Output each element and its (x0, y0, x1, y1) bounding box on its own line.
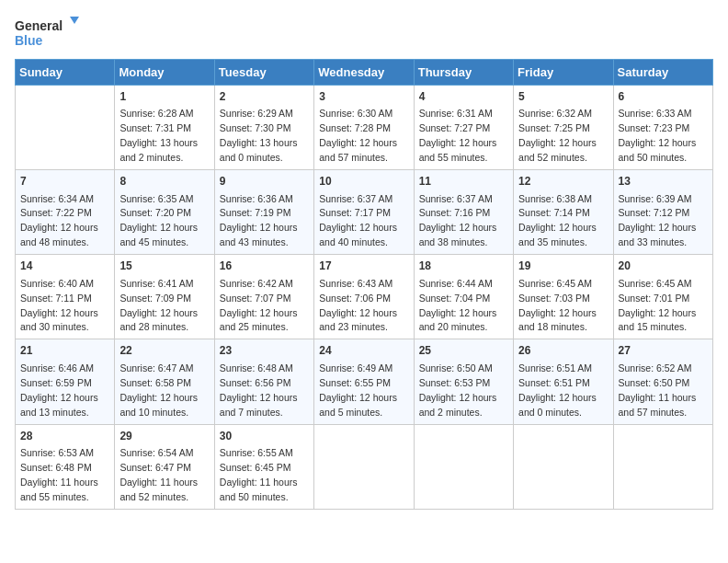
day-number: 13 (619, 174, 708, 190)
calendar-week-row: 7Sunrise: 6:34 AM Sunset: 7:22 PM Daylig… (16, 170, 713, 255)
day-info: Sunrise: 6:39 AM Sunset: 7:12 PM Dayligh… (619, 193, 697, 248)
calendar-cell: 30Sunrise: 6:55 AM Sunset: 6:45 PM Dayli… (214, 424, 313, 509)
day-number: 5 (518, 89, 608, 105)
day-number: 3 (319, 89, 408, 105)
calendar-cell: 15Sunrise: 6:41 AM Sunset: 7:09 PM Dayli… (115, 255, 214, 339)
day-info: Sunrise: 6:41 AM Sunset: 7:09 PM Dayligh… (119, 278, 198, 333)
calendar-cell: 16Sunrise: 6:42 AM Sunset: 7:07 PM Dayli… (214, 255, 313, 339)
day-number: 6 (619, 89, 708, 105)
weekday-header: Monday (115, 60, 214, 86)
calendar-cell: 24Sunrise: 6:49 AM Sunset: 6:55 PM Dayli… (314, 339, 414, 424)
day-info: Sunrise: 6:54 AM Sunset: 6:47 PM Dayligh… (119, 447, 198, 502)
day-number: 16 (220, 259, 309, 274)
svg-marker-2 (70, 17, 79, 24)
logo: General Blue (15, 15, 79, 50)
day-number: 23 (220, 343, 309, 359)
day-number: 14 (20, 259, 109, 274)
day-number: 22 (119, 343, 209, 359)
calendar-week-row: 1Sunrise: 6:28 AM Sunset: 7:31 PM Daylig… (16, 86, 713, 170)
calendar-cell: 13Sunrise: 6:39 AM Sunset: 7:12 PM Dayli… (613, 170, 712, 255)
day-info: Sunrise: 6:45 AM Sunset: 7:03 PM Dayligh… (518, 278, 597, 333)
day-info: Sunrise: 6:32 AM Sunset: 7:25 PM Dayligh… (518, 108, 597, 163)
day-number: 25 (419, 343, 508, 359)
calendar-cell (414, 424, 513, 509)
day-number: 19 (518, 259, 608, 274)
day-info: Sunrise: 6:49 AM Sunset: 6:55 PM Dayligh… (319, 362, 397, 418)
svg-text:General: General (15, 18, 63, 33)
day-info: Sunrise: 6:37 AM Sunset: 7:16 PM Dayligh… (419, 193, 497, 248)
calendar-week-row: 28Sunrise: 6:53 AM Sunset: 6:48 PM Dayli… (16, 424, 713, 509)
day-number: 9 (220, 174, 309, 190)
calendar-cell (314, 424, 414, 509)
day-info: Sunrise: 6:35 AM Sunset: 7:20 PM Dayligh… (119, 193, 198, 248)
calendar-week-row: 14Sunrise: 6:40 AM Sunset: 7:11 PM Dayli… (16, 255, 713, 339)
calendar-cell: 14Sunrise: 6:40 AM Sunset: 7:11 PM Dayli… (16, 255, 115, 339)
calendar-cell: 9Sunrise: 6:36 AM Sunset: 7:19 PM Daylig… (214, 170, 313, 255)
day-info: Sunrise: 6:28 AM Sunset: 7:31 PM Dayligh… (119, 108, 198, 163)
day-number: 12 (518, 174, 608, 190)
calendar-cell: 4Sunrise: 6:31 AM Sunset: 7:27 PM Daylig… (414, 86, 513, 170)
day-info: Sunrise: 6:29 AM Sunset: 7:30 PM Dayligh… (220, 108, 298, 163)
calendar-cell: 22Sunrise: 6:47 AM Sunset: 6:58 PM Dayli… (115, 339, 214, 424)
day-number: 4 (419, 89, 508, 105)
calendar-cell (514, 424, 613, 509)
calendar-cell: 18Sunrise: 6:44 AM Sunset: 7:04 PM Dayli… (414, 255, 513, 339)
day-info: Sunrise: 6:33 AM Sunset: 7:23 PM Dayligh… (619, 108, 697, 163)
day-number: 17 (319, 259, 408, 274)
day-number: 29 (119, 429, 209, 444)
day-info: Sunrise: 6:46 AM Sunset: 6:59 PM Dayligh… (20, 362, 98, 418)
day-number: 10 (319, 174, 408, 190)
day-number: 21 (20, 343, 109, 359)
weekday-header: Saturday (613, 60, 712, 86)
page-header: General Blue (15, 15, 713, 50)
day-number: 26 (518, 343, 608, 359)
day-info: Sunrise: 6:42 AM Sunset: 7:07 PM Dayligh… (220, 278, 298, 333)
day-number: 15 (119, 259, 209, 274)
day-info: Sunrise: 6:50 AM Sunset: 6:53 PM Dayligh… (419, 362, 497, 418)
calendar-cell: 3Sunrise: 6:30 AM Sunset: 7:28 PM Daylig… (314, 86, 414, 170)
logo-svg: General Blue (15, 15, 79, 50)
calendar-cell: 8Sunrise: 6:35 AM Sunset: 7:20 PM Daylig… (115, 170, 214, 255)
calendar-cell: 23Sunrise: 6:48 AM Sunset: 6:56 PM Dayli… (214, 339, 313, 424)
weekday-header: Sunday (16, 60, 115, 86)
day-number: 2 (220, 89, 309, 105)
day-number: 18 (419, 259, 508, 274)
day-number: 30 (220, 429, 309, 444)
calendar-table: SundayMondayTuesdayWednesdayThursdayFrid… (15, 59, 713, 510)
weekday-header: Wednesday (314, 60, 414, 86)
calendar-cell: 28Sunrise: 6:53 AM Sunset: 6:48 PM Dayli… (16, 424, 115, 509)
calendar-cell: 21Sunrise: 6:46 AM Sunset: 6:59 PM Dayli… (16, 339, 115, 424)
day-info: Sunrise: 6:45 AM Sunset: 7:01 PM Dayligh… (619, 278, 697, 333)
day-info: Sunrise: 6:48 AM Sunset: 6:56 PM Dayligh… (220, 362, 298, 418)
day-number: 24 (319, 343, 408, 359)
calendar-cell (16, 86, 115, 170)
day-info: Sunrise: 6:47 AM Sunset: 6:58 PM Dayligh… (119, 362, 198, 418)
day-number: 1 (119, 89, 209, 105)
day-number: 27 (619, 343, 708, 359)
calendar-cell (613, 424, 712, 509)
day-info: Sunrise: 6:38 AM Sunset: 7:14 PM Dayligh… (518, 193, 597, 248)
calendar-cell: 19Sunrise: 6:45 AM Sunset: 7:03 PM Dayli… (514, 255, 613, 339)
calendar-cell: 29Sunrise: 6:54 AM Sunset: 6:47 PM Dayli… (115, 424, 214, 509)
day-info: Sunrise: 6:55 AM Sunset: 6:45 PM Dayligh… (220, 447, 298, 502)
weekday-header: Tuesday (214, 60, 313, 86)
calendar-cell: 12Sunrise: 6:38 AM Sunset: 7:14 PM Dayli… (514, 170, 613, 255)
calendar-cell: 26Sunrise: 6:51 AM Sunset: 6:51 PM Dayli… (514, 339, 613, 424)
day-info: Sunrise: 6:37 AM Sunset: 7:17 PM Dayligh… (319, 193, 397, 248)
calendar-cell: 25Sunrise: 6:50 AM Sunset: 6:53 PM Dayli… (414, 339, 513, 424)
calendar-cell: 11Sunrise: 6:37 AM Sunset: 7:16 PM Dayli… (414, 170, 513, 255)
day-info: Sunrise: 6:44 AM Sunset: 7:04 PM Dayligh… (419, 278, 497, 333)
svg-text:Blue: Blue (15, 33, 43, 48)
calendar-cell: 7Sunrise: 6:34 AM Sunset: 7:22 PM Daylig… (16, 170, 115, 255)
weekday-header: Thursday (414, 60, 513, 86)
calendar-cell: 10Sunrise: 6:37 AM Sunset: 7:17 PM Dayli… (314, 170, 414, 255)
weekday-header: Friday (514, 60, 613, 86)
day-info: Sunrise: 6:34 AM Sunset: 7:22 PM Dayligh… (20, 193, 98, 248)
calendar-cell: 6Sunrise: 6:33 AM Sunset: 7:23 PM Daylig… (613, 86, 712, 170)
calendar-cell: 20Sunrise: 6:45 AM Sunset: 7:01 PM Dayli… (613, 255, 712, 339)
day-info: Sunrise: 6:36 AM Sunset: 7:19 PM Dayligh… (220, 193, 298, 248)
calendar-cell: 2Sunrise: 6:29 AM Sunset: 7:30 PM Daylig… (214, 86, 313, 170)
calendar-cell: 27Sunrise: 6:52 AM Sunset: 6:50 PM Dayli… (613, 339, 712, 424)
day-info: Sunrise: 6:51 AM Sunset: 6:51 PM Dayligh… (518, 362, 597, 418)
calendar-week-row: 21Sunrise: 6:46 AM Sunset: 6:59 PM Dayli… (16, 339, 713, 424)
